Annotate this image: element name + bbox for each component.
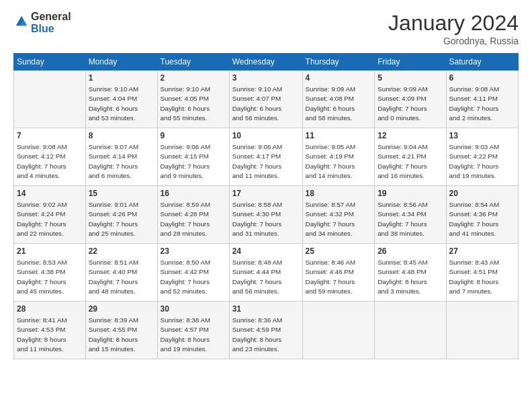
day-cell: 5Sunrise: 9:09 AM Sunset: 4:09 PM Daylig… <box>375 71 446 128</box>
day-cell: 19Sunrise: 8:56 AM Sunset: 4:34 PM Dayli… <box>375 186 446 244</box>
weekday-header-tuesday: Tuesday <box>157 54 229 71</box>
day-number: 18 <box>306 188 372 199</box>
logo-icon <box>15 15 28 28</box>
day-number: 28 <box>17 304 83 314</box>
day-cell: 28Sunrise: 8:41 AM Sunset: 4:53 PM Dayli… <box>14 302 86 359</box>
day-number: 17 <box>232 188 300 199</box>
day-number: 8 <box>89 130 154 141</box>
day-number: 15 <box>89 188 154 199</box>
day-cell: 31Sunrise: 8:36 AM Sunset: 4:59 PM Dayli… <box>229 302 302 359</box>
day-cell: 3Sunrise: 9:10 AM Sunset: 4:07 PM Daylig… <box>229 71 302 128</box>
day-cell: 29Sunrise: 8:39 AM Sunset: 4:55 PM Dayli… <box>85 302 157 359</box>
day-cell: 27Sunrise: 8:43 AM Sunset: 4:51 PM Dayli… <box>446 244 518 302</box>
day-info: Sunrise: 9:10 AM Sunset: 4:04 PM Dayligh… <box>89 85 139 122</box>
month-title: January 2024 <box>388 11 519 36</box>
day-info: Sunrise: 8:54 AM Sunset: 4:36 PM Dayligh… <box>449 201 500 237</box>
week-row-4: 21Sunrise: 8:53 AM Sunset: 4:38 PM Dayli… <box>14 244 519 302</box>
week-row-2: 7Sunrise: 9:08 AM Sunset: 4:12 PM Daylig… <box>14 128 519 186</box>
day-number: 24 <box>232 246 300 257</box>
day-number: 1 <box>89 73 154 83</box>
day-cell <box>302 302 375 359</box>
calendar-header: SundayMondayTuesdayWednesdayThursdayFrid… <box>14 54 519 71</box>
header: General Blue January 2024 Gorodnya, Russ… <box>13 11 519 46</box>
day-number: 3 <box>232 73 300 83</box>
day-number: 14 <box>17 188 83 199</box>
day-number: 12 <box>378 130 443 141</box>
day-cell: 8Sunrise: 9:07 AM Sunset: 4:14 PM Daylig… <box>85 128 157 186</box>
day-number: 10 <box>232 130 300 141</box>
weekday-header-friday: Friday <box>375 54 446 71</box>
day-info: Sunrise: 9:06 AM Sunset: 4:17 PM Dayligh… <box>232 143 283 179</box>
day-number: 22 <box>89 246 154 257</box>
day-info: Sunrise: 9:03 AM Sunset: 4:22 PM Dayligh… <box>449 143 500 179</box>
day-info: Sunrise: 8:57 AM Sunset: 4:32 PM Dayligh… <box>306 201 356 237</box>
day-number: 27 <box>449 246 515 257</box>
day-cell: 11Sunrise: 9:05 AM Sunset: 4:19 PM Dayli… <box>302 128 375 186</box>
day-cell <box>375 302 446 359</box>
day-info: Sunrise: 8:41 AM Sunset: 4:53 PM Dayligh… <box>17 316 67 353</box>
week-row-3: 14Sunrise: 9:02 AM Sunset: 4:24 PM Dayli… <box>14 186 519 244</box>
day-cell: 21Sunrise: 8:53 AM Sunset: 4:38 PM Dayli… <box>14 244 86 302</box>
day-cell: 22Sunrise: 8:51 AM Sunset: 4:40 PM Dayli… <box>85 244 157 302</box>
day-cell: 15Sunrise: 9:01 AM Sunset: 4:26 PM Dayli… <box>85 186 157 244</box>
day-number: 23 <box>161 246 226 257</box>
calendar-body: 1Sunrise: 9:10 AM Sunset: 4:04 PM Daylig… <box>14 71 519 359</box>
day-number: 29 <box>89 304 154 314</box>
day-info: Sunrise: 9:10 AM Sunset: 4:05 PM Dayligh… <box>161 85 211 122</box>
week-row-1: 1Sunrise: 9:10 AM Sunset: 4:04 PM Daylig… <box>14 71 519 128</box>
day-number: 25 <box>306 246 372 257</box>
day-cell: 6Sunrise: 9:08 AM Sunset: 4:11 PM Daylig… <box>446 71 518 128</box>
day-number: 19 <box>378 188 443 199</box>
day-info: Sunrise: 8:43 AM Sunset: 4:51 PM Dayligh… <box>449 259 500 295</box>
logo-general-text: General <box>31 11 71 22</box>
day-cell: 9Sunrise: 9:06 AM Sunset: 4:15 PM Daylig… <box>157 128 229 186</box>
day-number: 5 <box>378 73 443 83</box>
day-info: Sunrise: 9:02 AM Sunset: 4:24 PM Dayligh… <box>17 201 67 237</box>
weekday-header-thursday: Thursday <box>302 54 375 71</box>
day-cell: 16Sunrise: 8:59 AM Sunset: 4:28 PM Dayli… <box>157 186 229 244</box>
day-cell: 30Sunrise: 8:38 AM Sunset: 4:57 PM Dayli… <box>157 302 229 359</box>
day-number: 31 <box>232 304 300 314</box>
day-info: Sunrise: 8:50 AM Sunset: 4:42 PM Dayligh… <box>161 259 211 295</box>
day-info: Sunrise: 9:05 AM Sunset: 4:19 PM Dayligh… <box>306 143 356 179</box>
day-info: Sunrise: 9:08 AM Sunset: 4:11 PM Dayligh… <box>449 85 500 122</box>
day-cell: 12Sunrise: 9:04 AM Sunset: 4:21 PM Dayli… <box>375 128 446 186</box>
day-cell: 7Sunrise: 9:08 AM Sunset: 4:12 PM Daylig… <box>14 128 86 186</box>
day-info: Sunrise: 8:58 AM Sunset: 4:30 PM Dayligh… <box>232 201 283 237</box>
logo-blue-text: Blue <box>31 23 54 34</box>
day-info: Sunrise: 8:48 AM Sunset: 4:44 PM Dayligh… <box>232 259 283 295</box>
day-cell: 20Sunrise: 8:54 AM Sunset: 4:36 PM Dayli… <box>446 186 518 244</box>
day-cell <box>446 302 518 359</box>
day-cell <box>14 71 86 128</box>
day-number: 26 <box>378 246 443 257</box>
day-cell: 2Sunrise: 9:10 AM Sunset: 4:05 PM Daylig… <box>157 71 229 128</box>
day-cell: 10Sunrise: 9:06 AM Sunset: 4:17 PM Dayli… <box>229 128 302 186</box>
day-cell: 14Sunrise: 9:02 AM Sunset: 4:24 PM Dayli… <box>14 186 86 244</box>
day-info: Sunrise: 9:09 AM Sunset: 4:09 PM Dayligh… <box>378 85 428 122</box>
day-info: Sunrise: 8:53 AM Sunset: 4:38 PM Dayligh… <box>17 259 67 295</box>
logo: General Blue <box>13 11 71 35</box>
day-info: Sunrise: 9:10 AM Sunset: 4:07 PM Dayligh… <box>232 85 283 122</box>
day-cell: 24Sunrise: 8:48 AM Sunset: 4:44 PM Dayli… <box>229 244 302 302</box>
day-info: Sunrise: 9:08 AM Sunset: 4:12 PM Dayligh… <box>17 143 67 179</box>
weekday-header-monday: Monday <box>85 54 157 71</box>
weekday-row: SundayMondayTuesdayWednesdayThursdayFrid… <box>14 54 519 71</box>
day-number: 13 <box>449 130 515 141</box>
title-block: January 2024 Gorodnya, Russia <box>388 11 519 46</box>
day-cell: 17Sunrise: 8:58 AM Sunset: 4:30 PM Dayli… <box>229 186 302 244</box>
weekday-header-saturday: Saturday <box>446 54 518 71</box>
day-number: 7 <box>17 130 83 141</box>
day-number: 30 <box>161 304 226 314</box>
day-number: 4 <box>306 73 372 83</box>
weekday-header-sunday: Sunday <box>14 54 86 71</box>
day-info: Sunrise: 9:06 AM Sunset: 4:15 PM Dayligh… <box>161 143 211 179</box>
day-cell: 18Sunrise: 8:57 AM Sunset: 4:32 PM Dayli… <box>302 186 375 244</box>
day-number: 20 <box>449 188 515 199</box>
day-info: Sunrise: 9:07 AM Sunset: 4:14 PM Dayligh… <box>89 143 139 179</box>
weekday-header-wednesday: Wednesday <box>229 54 302 71</box>
day-cell: 1Sunrise: 9:10 AM Sunset: 4:04 PM Daylig… <box>85 71 157 128</box>
calendar-table: SundayMondayTuesdayWednesdayThursdayFrid… <box>13 53 519 359</box>
day-info: Sunrise: 8:46 AM Sunset: 4:46 PM Dayligh… <box>306 259 356 295</box>
day-number: 9 <box>161 130 226 141</box>
day-info: Sunrise: 8:59 AM Sunset: 4:28 PM Dayligh… <box>161 201 211 237</box>
